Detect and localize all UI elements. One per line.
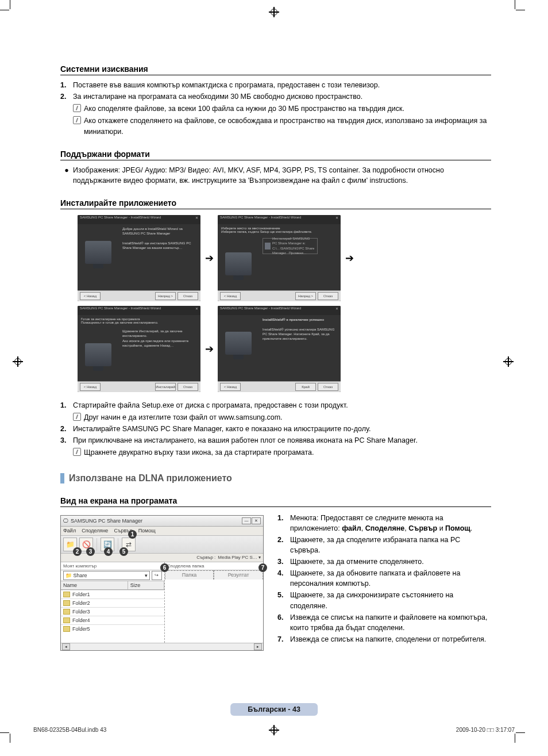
bullet-icon: ● (60, 165, 73, 186)
callout-4: 4 (104, 547, 113, 556)
list-number: 3. (277, 557, 290, 567)
note-text: Друг начин е да изтеглите този файл от w… (84, 412, 283, 423)
list-number: 1. (60, 80, 73, 90)
list-text: При приключване на инсталирането, на ваш… (73, 436, 418, 444)
server-label: Сървър : (196, 555, 215, 560)
legend-text: Щракнете, за да отмените споделянето. (290, 558, 424, 566)
section-dlna-use: Използване на DLNA приложението (60, 473, 491, 483)
window-title: SAMSUNG PC Share Manager - InstallShield… (220, 306, 301, 314)
section-heading: Използване на DLNA приложението (69, 473, 232, 483)
list-number: 3. (60, 435, 73, 458)
crop-mark (516, 10, 525, 10)
list-number: 2. (277, 535, 290, 555)
note-icon (73, 448, 81, 456)
sys-req-list: 1.Поставете във вашия компютър компактди… (60, 80, 491, 137)
close-icon: ✕ (252, 517, 261, 524)
window-title: SAMSUNG PC Share Manager - InstallShield… (80, 306, 161, 314)
installer-screenshot: SAMSUNG PC Share Manager - InstallShield… (78, 306, 200, 392)
view-legend: 1.Менюта: Предоставят се следните менюта… (277, 512, 491, 646)
arrow-icon: ➔ (200, 306, 218, 392)
installer-screenshot: SAMSUNG PC Share Manager - InstallShield… (78, 215, 200, 301)
scrollbar: ◂▸ (61, 643, 263, 650)
installer-screenshot: SAMSUNG PC Share Manager - InstallShield… (218, 215, 341, 301)
crop-mark (515, 734, 515, 743)
folder-icon (265, 243, 271, 250)
callout-7: 7 (258, 563, 267, 572)
monitor-icon (225, 252, 252, 275)
close-icon: ✕ (335, 306, 338, 314)
install-steps: 1. Стартирайте файла Setup.exe от диска … (60, 400, 491, 458)
callout-2: 2 (73, 547, 82, 556)
callout-3: 3 (86, 547, 95, 556)
app-title-text: SAMSUNG PC Share Manager (71, 518, 142, 524)
folder-row: Folder3 (61, 607, 164, 616)
monitor-icon (85, 343, 111, 366)
server-value: Media Play PC S… ▾ (218, 555, 261, 560)
crop-mark (515, 0, 515, 9)
app-icon: 🖵 (63, 518, 68, 524)
crop-mark (0, 732, 9, 733)
section-bar-icon (60, 473, 64, 483)
callout-1: 1 (128, 530, 137, 539)
registration-mark (503, 356, 514, 367)
panel-label: Моят компютър (61, 562, 164, 570)
section-system-requirements: Системни изисквания (60, 64, 491, 75)
menubar: Файл Споделяне Сървър Помощ (61, 527, 263, 536)
note-icon (73, 104, 81, 112)
menu-share: Споделяне (82, 528, 108, 534)
installer-screenshot: SAMSUNG PC Share Manager - InstallShield… (218, 306, 341, 392)
formats-text: Изображения: JPEG/ Аудио: MP3/ Видео: AV… (73, 165, 491, 186)
go-button: ↪ (152, 571, 162, 580)
section-program-view: Вид на екрана на програмата (60, 496, 491, 507)
list-number: 2. (60, 91, 73, 137)
list-text: Стартирайте файла Setup.exe от диска с п… (73, 401, 348, 409)
folder-row: Folder1 (61, 590, 164, 598)
close-icon: ✕ (195, 306, 198, 314)
app-titlebar: 🖵 SAMSUNG PC Share Manager —✕ (61, 516, 263, 527)
legend-text: Менюта: Предоставят се следните менюта н… (290, 513, 491, 534)
crop-mark (516, 732, 525, 733)
doc-timestamp: 2009-10-20 □□ 3:17:07 (456, 727, 515, 733)
crop-mark (10, 734, 10, 743)
folder-row: Folder4 (61, 616, 164, 624)
note-icon (73, 413, 81, 421)
list-number: 5. (277, 590, 290, 611)
legend-text: Извежда се списък на папките, споделени … (290, 635, 486, 643)
doc-name: BN68-02325B-04Bul.indb 43 (33, 727, 106, 733)
legend-text: Извежда се списък на папките и файловете… (290, 613, 487, 632)
page-footer-pill: Български - 43 (230, 703, 318, 716)
app-screenshot: 🖵 SAMSUNG PC Share Manager —✕ Файл Споде… (60, 515, 264, 651)
monitor-icon (225, 332, 252, 355)
list-text: За инсталиране на програмата са необходи… (73, 93, 362, 101)
note-icon (73, 116, 81, 124)
callout-5: 5 (119, 547, 128, 556)
legend-text: Щракнете, за да обновите папката и файло… (290, 569, 460, 588)
note-text: Щракнете двукратно върху тази икона, за … (84, 447, 314, 458)
close-icon: ✕ (195, 216, 198, 224)
crop-mark (0, 10, 9, 10)
crop-mark (10, 0, 10, 9)
callout-6: 6 (160, 563, 169, 572)
window-title: SAMSUNG PC Share Manager - InstallShield… (220, 216, 301, 224)
minimize-icon: — (242, 517, 251, 524)
list-number: 2. (60, 424, 73, 434)
panel-label: Споделена папка (165, 562, 263, 570)
tab-folder: Папка (165, 570, 214, 580)
shared-panel: Споделена папка ПапкаРезултат (165, 562, 263, 643)
folder-row: Folder5 (61, 624, 164, 633)
registration-mark (269, 7, 279, 17)
menu-help: Помощ (138, 528, 156, 534)
close-icon: ✕ (335, 216, 338, 224)
arrow-icon: ➔ (341, 215, 358, 301)
section-supported-formats: Поддържани формати (60, 149, 491, 160)
list-text: Поставете във вашия компютър компактдиск… (73, 81, 380, 89)
note-text: Ако откажете споделянето на файлове, се … (84, 116, 491, 136)
print-footer: BN68-02325B-04Bul.indb 43 2009-10-20 □□ … (33, 727, 515, 733)
list-number: 4. (277, 568, 290, 589)
my-computer-panel: Моят компютър 📁 Share▾ ↪ NameSize Folder… (61, 562, 165, 643)
arrow-icon: ➔ (200, 215, 218, 301)
menu-file: Файл (63, 528, 76, 534)
legend-text: Щракнете, за да синхронизирате състояние… (290, 591, 453, 609)
list-text: Инсталирайте SAMSUNG PC Share Manager, к… (73, 425, 371, 433)
install-screenshots: SAMSUNG PC Share Manager - InstallShield… (78, 215, 491, 392)
